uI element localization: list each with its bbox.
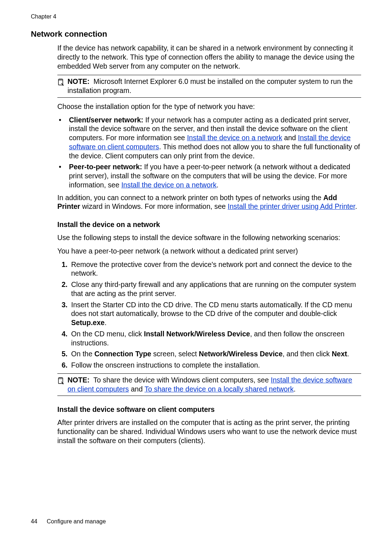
step-number: 3. bbox=[57, 300, 71, 327]
steps-list: 1. Remove the protective cover from the … bbox=[57, 260, 361, 370]
step-number: 1. bbox=[57, 260, 71, 278]
scenarios-paragraph: Use the following steps to install the d… bbox=[57, 233, 361, 242]
bullet-label: Client/server network: bbox=[69, 116, 143, 124]
note-body: Microsoft Internet Explorer 6.0 must be … bbox=[68, 77, 353, 94]
link-share-device-local[interactable]: To share the device on a locally shared … bbox=[144, 385, 294, 393]
intro-paragraph: If the device has network capability, it… bbox=[57, 44, 361, 70]
note-box: NOTE: Microsoft Internet Explorer 6.0 mu… bbox=[57, 75, 361, 98]
step-body: Close any third-party firewall and any a… bbox=[71, 280, 361, 298]
list-item: 4. On the CD menu, click Install Network… bbox=[57, 329, 361, 348]
note-label: NOTE: bbox=[68, 376, 90, 384]
link-install-device-network[interactable]: Install the device on a network bbox=[187, 134, 282, 142]
note-label: NOTE: bbox=[68, 77, 90, 85]
list-item: 6. Follow the onscreen instructions to c… bbox=[57, 361, 361, 370]
after-paragraph: After printer drivers are installed on t… bbox=[57, 418, 361, 445]
note-text: NOTE: To share the device with Windows c… bbox=[68, 376, 361, 394]
step-number: 6. bbox=[57, 361, 71, 370]
choose-paragraph: Choose the installation option for the t… bbox=[57, 102, 361, 111]
list-item: • Peer-to-peer network: If you have a pe… bbox=[57, 162, 361, 189]
note-box: NOTE: To share the device with Windows c… bbox=[57, 373, 361, 396]
bullet-label: Peer-to-peer network: bbox=[69, 163, 142, 171]
step-body: On the CD menu, click Install Network/Wi… bbox=[71, 329, 361, 348]
chapter-label: Chapter 4 bbox=[31, 13, 361, 20]
step-number: 2. bbox=[57, 280, 71, 298]
subsection-heading: Install the device on a network bbox=[57, 220, 361, 229]
page: Chapter 4 Network connection If the devi… bbox=[0, 0, 392, 543]
list-item: 2. Close any third-party firewall and an… bbox=[57, 280, 361, 298]
section-body: If the device has network capability, it… bbox=[57, 44, 361, 445]
network-type-list: • Client/server network: If your network… bbox=[57, 116, 361, 190]
bullet-marker: • bbox=[57, 116, 69, 161]
list-item: • Client/server network: If your network… bbox=[57, 116, 361, 161]
note-icon bbox=[57, 78, 68, 86]
section-heading: Network connection bbox=[31, 29, 361, 39]
list-item: 5. On the Connection Type screen, select… bbox=[57, 349, 361, 358]
step-number: 4. bbox=[57, 329, 71, 348]
note-icon bbox=[57, 377, 68, 385]
link-install-driver-add-printer[interactable]: Install the printer driver using Add Pri… bbox=[228, 202, 355, 210]
list-item: 3. Insert the Starter CD into the CD dri… bbox=[57, 300, 361, 327]
step-body: On the Connection Type screen, select Ne… bbox=[71, 349, 361, 358]
bullet-marker: • bbox=[57, 162, 69, 189]
you-have-paragraph: You have a peer-to-peer network (a netwo… bbox=[57, 247, 361, 256]
step-body: Remove the protective cover from the dev… bbox=[71, 260, 361, 278]
step-body: Follow the onscreen instructions to comp… bbox=[71, 361, 361, 370]
addition-paragraph: In addition, you can connect to a networ… bbox=[57, 193, 361, 211]
subsection-heading: Install the device software on client co… bbox=[57, 405, 361, 414]
footer-title: Configure and manage bbox=[47, 518, 106, 524]
step-number: 5. bbox=[57, 349, 71, 358]
page-number: 44 bbox=[31, 518, 37, 524]
list-item: 1. Remove the protective cover from the … bbox=[57, 260, 361, 278]
note-text: NOTE: Microsoft Internet Explorer 6.0 mu… bbox=[68, 77, 361, 95]
page-footer: 44Configure and manage bbox=[31, 518, 106, 525]
step-body: Insert the Starter CD into the CD drive.… bbox=[71, 300, 361, 327]
link-install-device-network[interactable]: Install the device on a network bbox=[121, 181, 216, 189]
